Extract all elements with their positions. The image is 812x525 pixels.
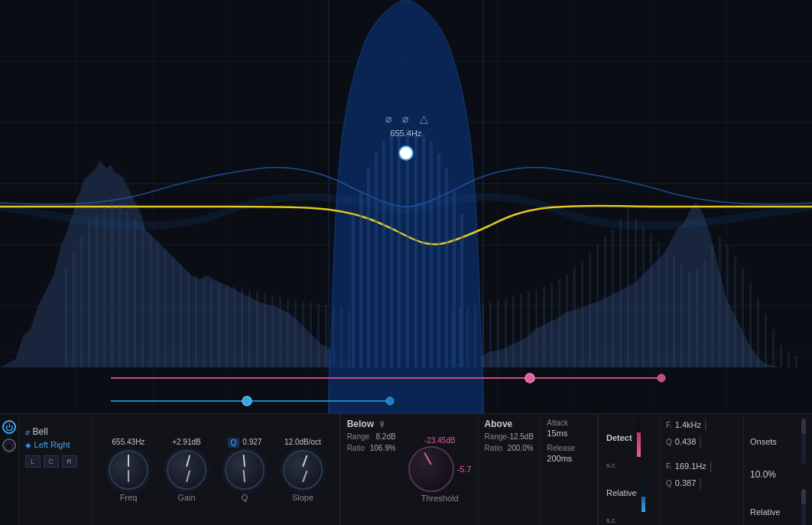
svg-rect-101 bbox=[795, 356, 797, 367]
detect-sc-row: s.c. bbox=[606, 461, 651, 469]
svg-rect-54 bbox=[340, 308, 343, 367]
svg-rect-112 bbox=[430, 142, 433, 367]
svg-rect-93 bbox=[734, 256, 736, 367]
svg-rect-107 bbox=[390, 134, 393, 367]
svg-point-122 bbox=[386, 397, 394, 405]
lr-buttons: L C R bbox=[25, 455, 85, 468]
freq1-value[interactable]: 1.4kHz bbox=[675, 420, 701, 429]
svg-rect-20 bbox=[80, 237, 83, 367]
svg-rect-40 bbox=[233, 286, 235, 367]
onsets-label: Onsets bbox=[750, 437, 777, 446]
gain-knob[interactable] bbox=[167, 450, 206, 490]
power-button[interactable]: ⏻ bbox=[2, 420, 16, 434]
svg-rect-46 bbox=[279, 297, 281, 367]
q1-sep: | bbox=[699, 435, 702, 448]
sc-label-2[interactable]: s.c. bbox=[606, 517, 617, 524]
svg-rect-77 bbox=[612, 230, 614, 367]
ar-panel: Attack 15ms Release 200ms bbox=[540, 414, 597, 525]
onsets-scroll[interactable] bbox=[801, 419, 806, 465]
channel-label[interactable]: Left Right bbox=[34, 440, 70, 449]
q2-sep: | bbox=[699, 477, 702, 489]
svg-rect-37 bbox=[210, 282, 213, 367]
q1-value[interactable]: 0.438 bbox=[675, 437, 697, 446]
r-button[interactable]: R bbox=[62, 455, 77, 468]
svg-rect-72 bbox=[573, 268, 576, 367]
q1-row: Q 0.438 | bbox=[666, 435, 737, 448]
channel-diamond: ◈ bbox=[25, 441, 31, 449]
c-button[interactable]: C bbox=[44, 455, 59, 468]
threshold-knob[interactable] bbox=[408, 446, 454, 492]
svg-rect-52 bbox=[325, 305, 327, 367]
svg-point-118 bbox=[525, 373, 534, 383]
l-button[interactable]: L bbox=[25, 455, 41, 468]
svg-rect-114 bbox=[445, 168, 448, 367]
onsets-value[interactable]: 10.0% bbox=[750, 469, 806, 480]
svg-rect-50 bbox=[310, 302, 312, 367]
freq1-sep: | bbox=[704, 419, 707, 431]
svg-rect-27 bbox=[134, 218, 136, 367]
svg-rect-44 bbox=[264, 292, 266, 367]
detect-sc2-row: s.c. bbox=[606, 517, 651, 524]
svg-rect-105 bbox=[375, 153, 378, 367]
filter-section: ⌀ Bell ◈ Left Right L C R bbox=[19, 414, 92, 525]
sc-label[interactable]: s.c. bbox=[606, 461, 617, 469]
relative-scroll[interactable] bbox=[801, 489, 806, 525]
q2-value[interactable]: 0.387 bbox=[675, 478, 697, 488]
q-toggle[interactable]: Q bbox=[228, 438, 240, 448]
release-value[interactable]: 200ms bbox=[547, 454, 591, 463]
freq1-row: F. 1.4kHz | bbox=[666, 419, 737, 431]
knobs-section: 655.43Hz Freq +2.91dB Gain bbox=[92, 414, 340, 525]
q1-label: Q bbox=[666, 438, 672, 446]
svg-rect-109 bbox=[406, 129, 409, 367]
svg-rect-39 bbox=[226, 285, 228, 367]
svg-rect-104 bbox=[367, 168, 370, 367]
slope-label: Slope bbox=[292, 493, 313, 502]
above-panel: Above Range -12.5dB Ratio 200.0% bbox=[479, 414, 540, 525]
threshold-value: -23.45dB bbox=[424, 436, 456, 445]
attack-value[interactable]: 15ms bbox=[547, 429, 591, 438]
main-container: ⌀ ⌀ △ 655.4Hz ⏻ ◯ ⌀ Bell ◈ bbox=[0, 0, 812, 525]
left-sidebar: ⏻ ◯ bbox=[0, 414, 19, 525]
svg-rect-38 bbox=[218, 283, 220, 367]
freq2-row: F. 169.1Hz | bbox=[666, 460, 737, 472]
below-mic-icon: 🎙 bbox=[378, 420, 386, 429]
svg-rect-53 bbox=[333, 306, 335, 367]
svg-point-119 bbox=[658, 374, 665, 382]
svg-rect-61 bbox=[489, 302, 492, 367]
svg-rect-92 bbox=[726, 245, 729, 367]
controls-row: ⏻ ◯ ⌀ Bell ◈ Left Right L C R bbox=[0, 414, 812, 525]
svg-rect-74 bbox=[589, 253, 591, 367]
q2-row: Q 0.387 | bbox=[666, 477, 737, 489]
freq2-value[interactable]: 169.1Hz bbox=[675, 461, 706, 471]
q-label: Q bbox=[242, 493, 248, 502]
svg-rect-82 bbox=[650, 233, 652, 367]
svg-rect-80 bbox=[635, 218, 637, 367]
svg-rect-95 bbox=[749, 283, 752, 367]
svg-rect-42 bbox=[248, 289, 251, 367]
bypass-button[interactable]: ◯ bbox=[2, 439, 16, 452]
freq2-label: F. bbox=[666, 462, 672, 471]
svg-rect-79 bbox=[627, 207, 629, 367]
below-range-row: Range 8.2dB bbox=[347, 432, 396, 441]
pink-meter bbox=[637, 419, 641, 457]
filter-type-label[interactable]: Bell bbox=[33, 426, 48, 437]
svg-rect-90 bbox=[711, 245, 713, 367]
svg-rect-21 bbox=[88, 222, 90, 367]
q-knob[interactable] bbox=[225, 450, 265, 490]
svg-rect-84 bbox=[665, 249, 667, 367]
svg-rect-75 bbox=[596, 245, 599, 367]
eq-svg: ⌀ ⌀ △ 655.4Hz bbox=[0, 0, 812, 413]
svg-rect-28 bbox=[141, 226, 144, 367]
svg-rect-110 bbox=[414, 130, 417, 367]
svg-rect-32 bbox=[172, 256, 174, 367]
freq-knob[interactable] bbox=[109, 450, 148, 490]
svg-rect-86 bbox=[680, 264, 683, 367]
gain-value: +2.91dB bbox=[172, 438, 201, 448]
svg-rect-88 bbox=[696, 268, 698, 367]
above-title: Above bbox=[485, 419, 534, 429]
gain-knob-group: +2.91dB Gain bbox=[158, 438, 216, 502]
above-ratio-value: 200.0% bbox=[508, 444, 534, 452]
slope-knob[interactable] bbox=[283, 450, 323, 490]
svg-rect-83 bbox=[658, 241, 660, 367]
svg-rect-76 bbox=[604, 237, 606, 367]
